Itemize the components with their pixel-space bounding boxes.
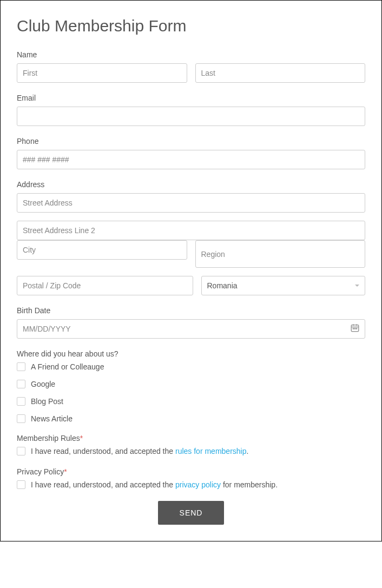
name-field-group: Name — [17, 50, 365, 83]
calendar-icon[interactable] — [350, 323, 360, 335]
privacy-link[interactable]: privacy policy — [175, 480, 221, 489]
privacy-policy-label: Privacy Policy* — [17, 467, 365, 476]
send-button[interactable]: SEND — [158, 501, 225, 525]
checkbox-friend[interactable] — [17, 362, 25, 371]
required-asterisk: * — [64, 467, 67, 476]
email-label: Email — [17, 94, 365, 102]
checkbox-label: Blog Post — [31, 397, 63, 406]
privacy-policy-group: Privacy Policy* I have read, understood,… — [17, 467, 365, 489]
hear-about-option: Blog Post — [17, 397, 365, 406]
svg-point-4 — [353, 328, 354, 329]
country-select[interactable]: Romania — [201, 276, 366, 295]
rules-link[interactable]: rules for membership — [175, 447, 247, 455]
phone-label: Phone — [17, 137, 365, 146]
hear-about-field-group: Where did you hear about us? A Friend or… — [17, 349, 365, 423]
checkbox-blog[interactable] — [17, 397, 25, 406]
chevron-down-icon — [355, 285, 359, 287]
postal-code-input[interactable] — [17, 276, 193, 295]
checkbox-label: Google — [31, 380, 55, 388]
first-name-input[interactable] — [17, 63, 187, 83]
street-address-input[interactable] — [17, 193, 365, 213]
privacy-text: I have read, understood, and accepted th… — [31, 480, 278, 489]
required-asterisk: * — [80, 434, 83, 442]
svg-point-5 — [354, 328, 355, 329]
membership-rules-checkbox-item: I have read, understood, and accepted th… — [17, 447, 365, 455]
address-field-group: Address Romania — [17, 180, 365, 295]
checkbox-news[interactable] — [17, 414, 25, 423]
checkbox-rules[interactable] — [17, 447, 25, 455]
checkbox-label: A Friend or Colleauge — [31, 362, 104, 371]
phone-input[interactable] — [17, 150, 365, 169]
membership-rules-label: Membership Rules* — [17, 434, 365, 442]
address-label: Address — [17, 180, 365, 189]
email-input[interactable] — [17, 107, 365, 126]
birthdate-input[interactable] — [17, 319, 365, 339]
region-input[interactable] — [195, 240, 366, 268]
birthdate-label: Birth Date — [17, 306, 365, 315]
email-field-group: Email — [17, 94, 365, 126]
birthdate-field-group: Birth Date — [17, 306, 365, 339]
checkbox-google[interactable] — [17, 380, 25, 388]
checkbox-privacy[interactable] — [17, 480, 25, 489]
hear-about-option: Google — [17, 380, 365, 388]
phone-field-group: Phone — [17, 137, 365, 169]
membership-rules-group: Membership Rules* I have read, understoo… — [17, 434, 365, 455]
name-label: Name — [17, 50, 365, 59]
hear-about-label: Where did you hear about us? — [17, 349, 365, 358]
svg-point-6 — [356, 328, 357, 329]
country-value: Romania — [207, 281, 238, 290]
street-address-2-input[interactable] — [17, 221, 365, 240]
privacy-policy-checkbox-item: I have read, understood, and accepted th… — [17, 480, 365, 489]
hear-about-option: News Article — [17, 414, 365, 423]
checkbox-label: News Article — [31, 414, 73, 423]
city-input[interactable] — [17, 240, 187, 260]
hear-about-option: A Friend or Colleauge — [17, 362, 365, 371]
membership-form: Club Membership Form Name Email Phone Ad… — [0, 0, 382, 541]
last-name-input[interactable] — [195, 63, 366, 83]
form-title: Club Membership Form — [17, 17, 365, 35]
rules-text: I have read, understood, and accepted th… — [31, 447, 248, 455]
